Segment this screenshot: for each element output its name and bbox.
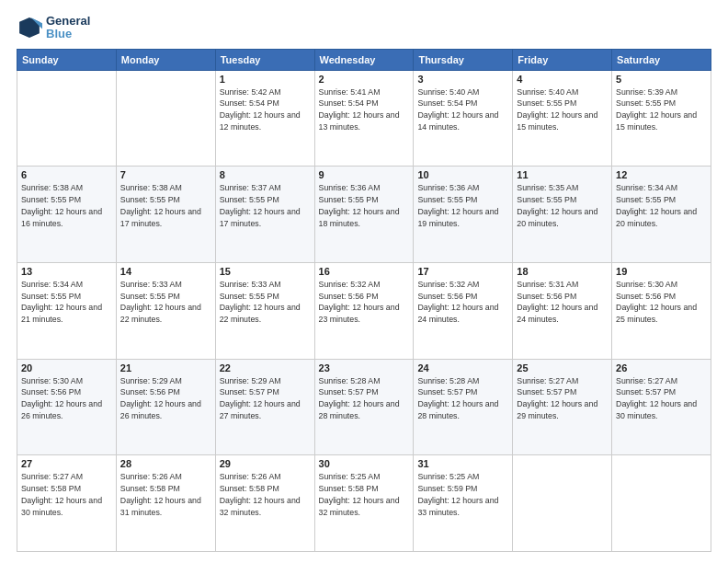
day-number: 27 [21, 458, 112, 469]
day-number: 31 [417, 458, 508, 469]
calendar-cell: 7Sunrise: 5:38 AM Sunset: 5:55 PM Daylig… [116, 167, 215, 263]
day-number: 18 [517, 266, 608, 277]
calendar-header-sunday: Sunday [17, 49, 117, 70]
calendar-cell: 13Sunrise: 5:34 AM Sunset: 5:55 PM Dayli… [17, 262, 117, 359]
day-info: Sunrise: 5:40 AM Sunset: 5:54 PM Dayligh… [417, 86, 508, 133]
calendar-cell: 6Sunrise: 5:38 AM Sunset: 5:55 PM Daylig… [17, 167, 117, 263]
day-info: Sunrise: 5:26 AM Sunset: 5:58 PM Dayligh… [120, 471, 211, 518]
day-info: Sunrise: 5:36 AM Sunset: 5:55 PM Dayligh… [417, 182, 508, 229]
day-number: 25 [517, 362, 608, 373]
calendar-cell: 23Sunrise: 5:28 AM Sunset: 5:57 PM Dayli… [314, 359, 414, 455]
calendar-cell: 10Sunrise: 5:36 AM Sunset: 5:55 PM Dayli… [414, 167, 513, 263]
calendar-cell: 24Sunrise: 5:28 AM Sunset: 5:57 PM Dayli… [414, 359, 513, 455]
day-number: 21 [120, 362, 211, 373]
page: GeneralBlue SundayMondayTuesdayWednesday… [0, 0, 728, 563]
day-number: 30 [319, 458, 410, 469]
day-number: 14 [120, 266, 211, 277]
day-number: 17 [417, 266, 508, 277]
day-info: Sunrise: 5:27 AM Sunset: 5:57 PM Dayligh… [517, 375, 608, 422]
day-info: Sunrise: 5:31 AM Sunset: 5:56 PM Dayligh… [517, 279, 608, 326]
header: GeneralBlue [17, 15, 711, 41]
day-info: Sunrise: 5:30 AM Sunset: 5:56 PM Dayligh… [616, 279, 707, 326]
day-number: 15 [220, 266, 311, 277]
day-info: Sunrise: 5:29 AM Sunset: 5:56 PM Dayligh… [120, 375, 211, 422]
day-number: 2 [319, 74, 410, 85]
day-info: Sunrise: 5:25 AM Sunset: 5:59 PM Dayligh… [417, 471, 508, 518]
day-info: Sunrise: 5:37 AM Sunset: 5:55 PM Dayligh… [220, 182, 311, 229]
calendar-cell: 8Sunrise: 5:37 AM Sunset: 5:55 PM Daylig… [215, 167, 314, 263]
day-number: 7 [120, 169, 211, 180]
calendar-cell: 19Sunrise: 5:30 AM Sunset: 5:56 PM Dayli… [612, 262, 711, 359]
calendar-header-row: SundayMondayTuesdayWednesdayThursdayFrid… [17, 49, 711, 70]
calendar-week-row: 6Sunrise: 5:38 AM Sunset: 5:55 PM Daylig… [17, 167, 711, 263]
day-info: Sunrise: 5:34 AM Sunset: 5:55 PM Dayligh… [616, 182, 707, 229]
day-info: Sunrise: 5:27 AM Sunset: 5:57 PM Dayligh… [616, 375, 707, 422]
day-number: 16 [319, 266, 410, 277]
calendar-cell: 2Sunrise: 5:41 AM Sunset: 5:54 PM Daylig… [314, 70, 414, 167]
calendar-cell: 26Sunrise: 5:27 AM Sunset: 5:57 PM Dayli… [612, 359, 711, 455]
day-info: Sunrise: 5:26 AM Sunset: 5:58 PM Dayligh… [220, 471, 311, 518]
logo-text: GeneralBlue [46, 15, 90, 41]
calendar-cell: 12Sunrise: 5:34 AM Sunset: 5:55 PM Dayli… [612, 167, 711, 263]
calendar-header-saturday: Saturday [612, 49, 711, 70]
day-info: Sunrise: 5:33 AM Sunset: 5:55 PM Dayligh… [220, 279, 311, 326]
calendar-cell: 16Sunrise: 5:32 AM Sunset: 5:56 PM Dayli… [314, 262, 414, 359]
day-number: 20 [21, 362, 112, 373]
calendar-week-row: 1Sunrise: 5:42 AM Sunset: 5:54 PM Daylig… [17, 70, 711, 167]
calendar-cell: 14Sunrise: 5:33 AM Sunset: 5:55 PM Dayli… [116, 262, 215, 359]
calendar-cell: 30Sunrise: 5:25 AM Sunset: 5:58 PM Dayli… [314, 455, 414, 552]
day-number: 8 [220, 169, 311, 180]
day-info: Sunrise: 5:25 AM Sunset: 5:58 PM Dayligh… [319, 471, 410, 518]
day-info: Sunrise: 5:34 AM Sunset: 5:55 PM Dayligh… [21, 279, 112, 326]
calendar-cell: 11Sunrise: 5:35 AM Sunset: 5:55 PM Dayli… [513, 167, 612, 263]
calendar-cell: 31Sunrise: 5:25 AM Sunset: 5:59 PM Dayli… [414, 455, 513, 552]
calendar-cell: 28Sunrise: 5:26 AM Sunset: 5:58 PM Dayli… [116, 455, 215, 552]
calendar-cell: 17Sunrise: 5:32 AM Sunset: 5:56 PM Dayli… [414, 262, 513, 359]
calendar-header-friday: Friday [513, 49, 612, 70]
day-number: 5 [616, 74, 707, 85]
day-number: 11 [517, 169, 608, 180]
calendar-week-row: 20Sunrise: 5:30 AM Sunset: 5:56 PM Dayli… [17, 359, 711, 455]
calendar-cell [612, 455, 711, 552]
calendar-cell: 21Sunrise: 5:29 AM Sunset: 5:56 PM Dayli… [116, 359, 215, 455]
calendar-table: SundayMondayTuesdayWednesdayThursdayFrid… [17, 49, 711, 552]
calendar-cell: 20Sunrise: 5:30 AM Sunset: 5:56 PM Dayli… [17, 359, 117, 455]
calendar-cell: 15Sunrise: 5:33 AM Sunset: 5:55 PM Dayli… [215, 262, 314, 359]
calendar-cell: 27Sunrise: 5:27 AM Sunset: 5:58 PM Dayli… [17, 455, 117, 552]
logo: GeneralBlue [17, 15, 90, 41]
day-number: 23 [319, 362, 410, 373]
day-info: Sunrise: 5:30 AM Sunset: 5:56 PM Dayligh… [21, 375, 112, 422]
day-info: Sunrise: 5:40 AM Sunset: 5:55 PM Dayligh… [517, 86, 608, 133]
day-info: Sunrise: 5:35 AM Sunset: 5:55 PM Dayligh… [517, 182, 608, 229]
day-info: Sunrise: 5:27 AM Sunset: 5:58 PM Dayligh… [21, 471, 112, 518]
day-info: Sunrise: 5:33 AM Sunset: 5:55 PM Dayligh… [120, 279, 211, 326]
day-info: Sunrise: 5:42 AM Sunset: 5:54 PM Dayligh… [220, 86, 311, 133]
calendar-cell: 3Sunrise: 5:40 AM Sunset: 5:54 PM Daylig… [414, 70, 513, 167]
day-number: 1 [220, 74, 311, 85]
calendar-cell [116, 70, 215, 167]
calendar-cell: 5Sunrise: 5:39 AM Sunset: 5:55 PM Daylig… [612, 70, 711, 167]
calendar-cell [513, 455, 612, 552]
day-info: Sunrise: 5:29 AM Sunset: 5:57 PM Dayligh… [220, 375, 311, 422]
day-number: 29 [220, 458, 311, 469]
calendar-header-wednesday: Wednesday [314, 49, 414, 70]
logo-icon [17, 15, 42, 40]
day-info: Sunrise: 5:41 AM Sunset: 5:54 PM Dayligh… [319, 86, 410, 133]
calendar-cell: 25Sunrise: 5:27 AM Sunset: 5:57 PM Dayli… [513, 359, 612, 455]
calendar-header-monday: Monday [116, 49, 215, 70]
day-info: Sunrise: 5:36 AM Sunset: 5:55 PM Dayligh… [319, 182, 410, 229]
day-number: 3 [417, 74, 508, 85]
day-number: 12 [616, 169, 707, 180]
day-number: 13 [21, 266, 112, 277]
day-number: 4 [517, 74, 608, 85]
day-number: 10 [417, 169, 508, 180]
calendar-cell [17, 70, 117, 167]
day-number: 26 [616, 362, 707, 373]
day-number: 24 [417, 362, 508, 373]
calendar-cell: 29Sunrise: 5:26 AM Sunset: 5:58 PM Dayli… [215, 455, 314, 552]
calendar-cell: 22Sunrise: 5:29 AM Sunset: 5:57 PM Dayli… [215, 359, 314, 455]
calendar-week-row: 27Sunrise: 5:27 AM Sunset: 5:58 PM Dayli… [17, 455, 711, 552]
day-number: 6 [21, 169, 112, 180]
day-info: Sunrise: 5:32 AM Sunset: 5:56 PM Dayligh… [417, 279, 508, 326]
day-info: Sunrise: 5:38 AM Sunset: 5:55 PM Dayligh… [120, 182, 211, 229]
